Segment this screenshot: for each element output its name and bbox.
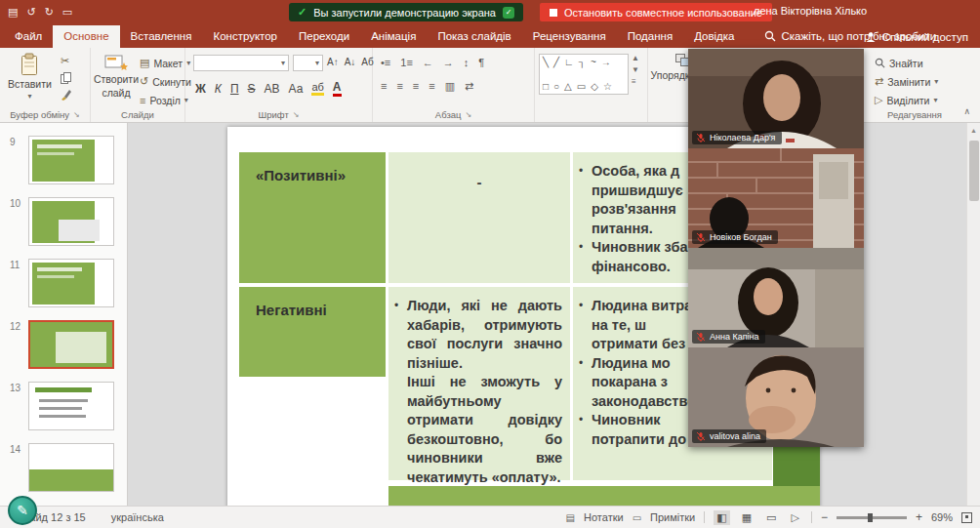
slide-thumbnail-14[interactable]: [28, 443, 114, 492]
shape-rect2-icon[interactable]: ▭: [577, 81, 586, 92]
participant-video-2[interactable]: Новіков Богдан: [688, 148, 864, 248]
line-spacing-button[interactable]: ↕: [464, 57, 470, 68]
tab-view[interactable]: Подання: [617, 25, 683, 48]
font-color-button[interactable]: А: [333, 80, 342, 97]
shapes-more-icon[interactable]: ≡: [632, 77, 639, 86]
slide-thumbnail-9[interactable]: [28, 136, 114, 184]
highlight-button[interactable]: аб: [311, 81, 323, 96]
cut-button[interactable]: ✂: [61, 55, 71, 67]
shape-connector-icon[interactable]: ∟: [564, 57, 574, 67]
tab-animations[interactable]: Анімація: [360, 25, 427, 48]
view-normal-button[interactable]: ◧: [714, 510, 729, 525]
format-painter-button[interactable]: [61, 89, 71, 101]
language-indicator[interactable]: українська: [111, 511, 164, 523]
replace-button[interactable]: ⇄ Замінити ▾: [875, 73, 938, 90]
zoom-in-button[interactable]: +: [916, 510, 922, 524]
scroll-up-icon[interactable]: ▲: [967, 123, 980, 134]
shape-curve-icon[interactable]: ~: [591, 57, 596, 67]
tab-home[interactable]: Основне: [53, 25, 119, 48]
shape-star-icon[interactable]: ☆: [603, 81, 612, 92]
notes-toggle[interactable]: Нотатки: [584, 511, 624, 523]
tab-review[interactable]: Рецензування: [522, 25, 617, 48]
character-spacing-button[interactable]: АВ: [265, 82, 280, 96]
view-reading-button[interactable]: ▭: [763, 510, 779, 525]
comments-toggle[interactable]: Примітки: [650, 511, 695, 523]
justify-button[interactable]: ≡: [429, 80, 434, 93]
tab-slideshow[interactable]: Показ слайдів: [427, 25, 521, 48]
collapse-ribbon-icon[interactable]: ∧: [963, 106, 970, 116]
shape-line-icon[interactable]: ╲: [543, 57, 549, 67]
shape-triangle-icon[interactable]: △: [564, 81, 572, 92]
shape-arrow-icon[interactable]: →: [601, 57, 611, 67]
font-name-combobox[interactable]: ▾: [193, 55, 289, 71]
annotation-pen-button[interactable]: ✎: [8, 496, 37, 525]
tab-file[interactable]: Файл: [4, 25, 53, 48]
reset-button[interactable]: ↺Скинути: [140, 73, 191, 90]
slide-thumbnail-13[interactable]: [28, 382, 114, 430]
start-presentation-icon[interactable]: ▭: [62, 6, 72, 19]
align-left-button[interactable]: ≡: [381, 80, 387, 93]
paste-button[interactable]: Вставити ▾: [8, 53, 52, 101]
new-slide-button[interactable]: Створити слайд: [93, 53, 140, 99]
zoom-level[interactable]: 69%: [931, 511, 953, 523]
shape-rectangle-icon[interactable]: □: [543, 81, 549, 92]
section-button[interactable]: ≡Розділ▾: [140, 92, 191, 108]
table-cell-negatives-header[interactable]: Негативні: [239, 287, 386, 377]
fit-to-window-button[interactable]: [961, 512, 972, 523]
grow-font-button[interactable]: А↑: [327, 57, 339, 67]
change-case-button[interactable]: Аа: [289, 82, 304, 96]
increase-indent-button[interactable]: →: [443, 57, 454, 68]
select-button[interactable]: ▷ Виділити ▾: [875, 92, 938, 108]
align-center-button[interactable]: ≡: [396, 80, 402, 93]
zoom-out-button[interactable]: −: [821, 510, 828, 524]
strikethrough-button[interactable]: S: [248, 82, 256, 96]
find-button[interactable]: Знайти: [875, 55, 938, 71]
redo-icon[interactable]: ↻: [45, 6, 54, 19]
view-slideshow-button[interactable]: ▷: [788, 510, 801, 525]
participant-video-4[interactable]: valitova alina: [688, 347, 864, 447]
table-cell-r1c2[interactable]: -: [388, 152, 570, 283]
zoom-slider[interactable]: [837, 516, 907, 519]
clear-formatting-button[interactable]: Аб: [361, 57, 373, 67]
decrease-indent-button[interactable]: ←: [423, 57, 433, 68]
copy-button[interactable]: [61, 72, 71, 84]
save-icon[interactable]: ▤: [8, 6, 18, 19]
table-cell-positives-header[interactable]: «Позитивні»: [239, 152, 386, 283]
view-slide-sorter-button[interactable]: ▦: [739, 510, 755, 525]
participant-video-1[interactable]: Ніколаева Дар'я: [688, 49, 864, 148]
font-size-combobox[interactable]: ▾: [293, 55, 323, 71]
italic-button[interactable]: К: [215, 82, 222, 96]
shapes-gallery[interactable]: ╲ ╱ ∟ ┐ ~ → □ ○ △ ▭ ◇ ☆: [539, 54, 629, 95]
shrink-font-button[interactable]: А↓: [345, 57, 356, 67]
tab-design[interactable]: Конструктор: [202, 25, 288, 48]
slide-thumbnail-11[interactable]: [28, 259, 114, 307]
numbering-button[interactable]: 1≡: [400, 57, 413, 68]
columns-button[interactable]: ▥: [445, 80, 455, 93]
dialog-launcher-icon[interactable]: ↘: [293, 110, 300, 119]
slide-thumbnail-10[interactable]: [28, 197, 114, 246]
scrollbar-thumb[interactable]: [969, 141, 979, 201]
tab-help[interactable]: Довідка: [683, 25, 745, 48]
underline-button[interactable]: П: [230, 82, 239, 96]
dialog-launcher-icon[interactable]: ↘: [73, 110, 80, 119]
shape-diamond-icon[interactable]: ◇: [591, 81, 598, 92]
shapes-scroll-down-icon[interactable]: ▼: [632, 65, 639, 74]
bold-button[interactable]: Ж: [195, 82, 206, 96]
paragraph-marks-button[interactable]: ¶: [478, 57, 484, 68]
align-right-button[interactable]: ≡: [413, 80, 419, 93]
dialog-launcher-icon[interactable]: ↘: [465, 110, 471, 119]
table-cell-r2c2[interactable]: • Люди, які не дають хабарів, отримують …: [388, 287, 570, 480]
text-direction-button[interactable]: ⇄: [465, 80, 473, 93]
undo-icon[interactable]: ↺: [26, 6, 35, 19]
shapes-scroll-up-icon[interactable]: ▲: [632, 54, 639, 62]
slide-thumbnail-12-selected[interactable]: [28, 320, 114, 369]
shape-ellipse-icon[interactable]: ○: [553, 81, 559, 92]
shape-line-icon[interactable]: ╱: [553, 57, 559, 67]
stop-sharing-button[interactable]: Остановить совместное использование: [540, 3, 772, 21]
shape-connector-icon[interactable]: ┐: [579, 57, 586, 67]
share-button[interactable]: Спільний доступ: [865, 31, 968, 43]
vertical-scrollbar[interactable]: ▲: [966, 123, 980, 506]
participant-video-3[interactable]: Анна Капіна: [688, 248, 864, 347]
tab-transitions[interactable]: Переходи: [288, 25, 360, 48]
tab-insert[interactable]: Вставлення: [120, 25, 203, 48]
